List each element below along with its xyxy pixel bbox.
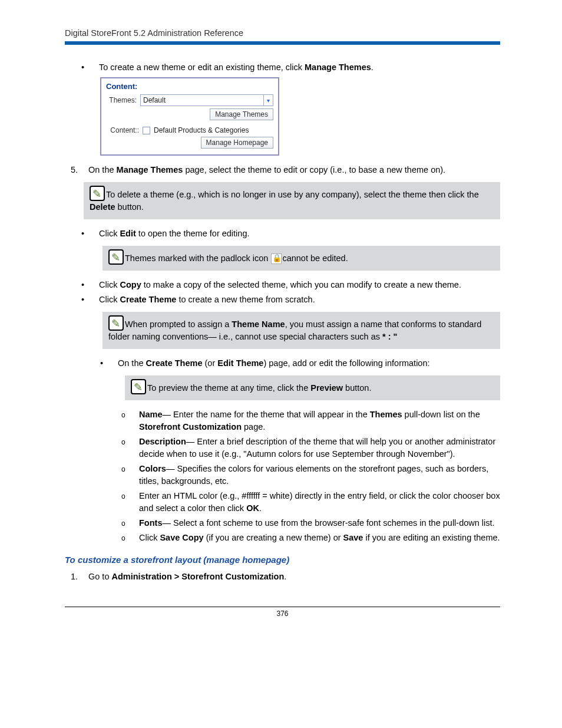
default-products-label: Default Products & Categories [154, 126, 249, 134]
text: button. [115, 202, 144, 212]
bullet-create-or-edit: To create a new theme or edit an existin… [75, 61, 500, 74]
text-bold: Preview [310, 383, 343, 393]
sub-htmlcolor: Enter an HTML color (e.g., #ffffff = whi… [115, 490, 500, 515]
manage-themes-button[interactable]: Manage Themes [210, 108, 273, 120]
circle-marker [115, 463, 139, 487]
text-bold: Themes [370, 410, 402, 419]
content-panel-screenshot: Content: Themes: Default ▾ Manage Themes… [100, 77, 279, 156]
text: to create a new theme from scratch. [176, 295, 315, 304]
text-bold: Delete [90, 202, 115, 212]
text-bold: Theme Name [232, 319, 285, 329]
header-rule [65, 41, 500, 45]
circle-marker [115, 517, 139, 529]
text: Click [139, 533, 160, 542]
text: To delete a theme (e.g., which is no lon… [106, 190, 479, 199]
text-bold: Administration > Storefront Customizatio… [112, 572, 285, 581]
pencil-icon [108, 249, 124, 265]
note-preview: To preview the theme at any time, click … [125, 375, 500, 400]
pencil-icon [90, 186, 105, 201]
text: On the [118, 358, 146, 368]
content-panel-title: Content: [106, 82, 273, 91]
text: On the [88, 165, 117, 174]
themes-select-value: Default [143, 96, 166, 104]
circle-marker [115, 490, 139, 515]
text-bold: Description [139, 437, 186, 446]
text-bold: Colors [139, 464, 166, 473]
default-products-checkbox[interactable] [143, 127, 150, 134]
circle-marker [115, 532, 139, 544]
text-bold: Manage Themes [305, 62, 371, 72]
text-bold: OK [246, 503, 259, 513]
page-number: 376 [276, 610, 288, 618]
page-footer: 376 [65, 607, 500, 618]
text: Click [99, 280, 120, 289]
text-bold: Edit Theme [217, 358, 263, 368]
text-bold: Save [343, 533, 363, 542]
pencil-icon [108, 315, 124, 331]
text: To preview the theme at any time, click … [147, 383, 310, 393]
bullet-click-edit: Click Edit to open the theme for editing… [75, 228, 500, 240]
content-label: Content:: [106, 126, 143, 134]
text-bold: Save Copy [160, 533, 203, 542]
manage-homepage-button[interactable]: Manage Homepage [201, 137, 273, 149]
text-bold: Edit [120, 229, 135, 238]
text: ) page, add or edit the following inform… [263, 358, 429, 368]
text: To create a new theme or edit an existin… [99, 62, 305, 72]
sub-colors: Colors— Specifies the colors for various… [115, 463, 500, 487]
text: Themes marked with the padlock icon [125, 253, 270, 263]
themes-label: Themes: [106, 96, 140, 104]
text-bold: Create Theme [120, 295, 176, 304]
text-bold: Copy [120, 280, 141, 289]
bullet-marker [75, 279, 99, 291]
text: page, select the theme to edit or copy (… [183, 165, 445, 174]
text: (or [202, 358, 217, 368]
text: Click [99, 229, 120, 238]
note-padlock: Themes marked with the padlock icon cann… [103, 246, 500, 271]
note-theme-name: When prompted to assign a Theme Name, yo… [103, 312, 500, 349]
bullet-marker [75, 61, 99, 74]
sub-save: Click Save Copy (if you are creating a n… [115, 532, 500, 544]
section-customize-layout: To customize a storefront layout (manage… [65, 555, 500, 565]
text: — Specifies the colors for various eleme… [139, 464, 488, 486]
text-bold: Create Theme [146, 358, 203, 368]
text: to open the theme for editing. [136, 229, 250, 238]
step-1-admin: 1. Go to Administration > Storefront Cus… [65, 571, 500, 583]
text: . [259, 503, 262, 513]
sub-description: Description— Enter a brief description o… [115, 436, 500, 460]
text: to make a copy of the selected theme, wh… [141, 280, 461, 289]
chevron-down-icon[interactable]: ▾ [263, 95, 273, 106]
bullet-click-copy: Click Copy to make a copy of the selecte… [75, 279, 500, 291]
bullet-create-theme: Click Create Theme to create a new theme… [75, 294, 500, 306]
sub-name: Name— Enter the name for the theme that … [115, 409, 500, 433]
text: . [284, 572, 286, 581]
note-delete-theme: To delete a theme (e.g., which is no lon… [84, 182, 500, 219]
padlock-icon [271, 253, 282, 264]
text-bold: Storefront Customization [139, 422, 242, 431]
text-bold: Name [139, 410, 163, 419]
pencil-icon [131, 379, 146, 394]
text: pull-down list on the [402, 410, 480, 419]
themes-select[interactable]: Default ▾ [140, 94, 273, 106]
bullet-marker [75, 294, 99, 306]
text: Go to [88, 572, 112, 581]
text: Click [99, 295, 120, 304]
text: cannot be edited. [282, 253, 348, 263]
bullet-marker [94, 357, 118, 370]
bullet-on-create-theme-page: On the Create Theme (or Edit Theme) page… [94, 357, 500, 370]
text: button. [343, 383, 371, 393]
step-5: 5. On the Manage Themes page, select the… [65, 164, 500, 176]
bullet-marker [75, 228, 99, 240]
circle-marker [115, 436, 139, 460]
sub-fonts: Fonts— Select a font scheme to use from … [115, 517, 500, 529]
page-header-title: Digital StoreFront 5.2 Administration Re… [65, 28, 500, 38]
text: if you are editing an existing theme. [363, 533, 500, 542]
circle-marker [115, 409, 139, 433]
text: — Enter the name for the theme that will… [163, 410, 370, 419]
numbered-marker: 5. [65, 164, 88, 176]
text: — Select a font scheme to use from the b… [162, 518, 494, 528]
text: — Enter a brief description of the theme… [139, 437, 495, 459]
text: . [371, 62, 373, 72]
text: When prompted to assign a [125, 319, 232, 329]
text-bold: Manage Themes [117, 165, 183, 174]
numbered-marker: 1. [65, 571, 88, 583]
